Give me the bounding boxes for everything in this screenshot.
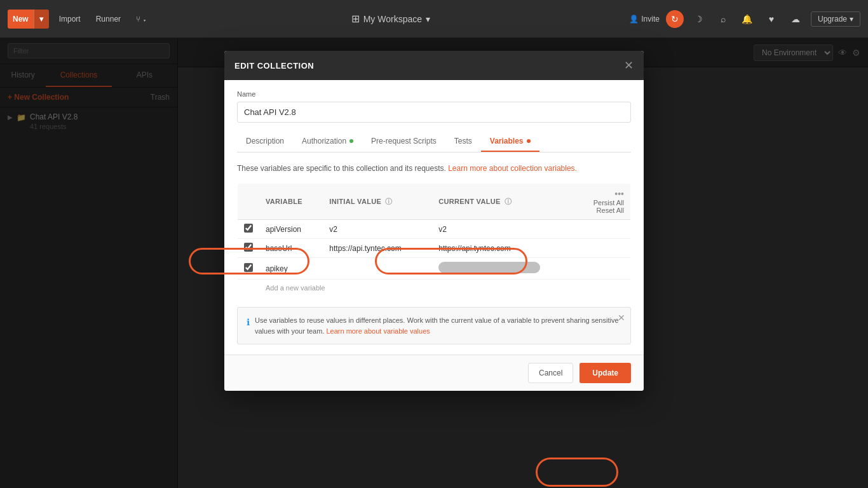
- row3-checkbox-cell: [238, 258, 260, 280]
- variables-table: VARIABLE INITIAL VALUE ⓘ CURRENT VALUE ⓘ…: [237, 183, 631, 297]
- top-toolbar: New ▾ Import Runner ⑂ ▾ ⊞ My Workspace ▾…: [0, 0, 868, 38]
- upgrade-dropdown-icon: ▾: [850, 15, 853, 24]
- table-row: apikey: [238, 258, 631, 280]
- upgrade-button[interactable]: Upgrade ▾: [811, 11, 860, 27]
- add-var-checkbox-cell: [238, 280, 260, 297]
- row1-current-value[interactable]: v2: [432, 220, 580, 239]
- fork-button[interactable]: ⑂ ▾: [131, 12, 152, 26]
- row2-checkbox-cell: [238, 239, 260, 258]
- info-box: ℹ Use variables to reuse values in diffe…: [237, 307, 631, 344]
- current-value-col-header: CURRENT VALUE ⓘ: [432, 184, 580, 220]
- bell-icon[interactable]: 🔔: [738, 10, 756, 28]
- new-dropdown-arrow[interactable]: ▾: [34, 10, 49, 29]
- initial-value-info-icon: ⓘ: [385, 198, 392, 205]
- more-options-button[interactable]: •••: [614, 189, 624, 199]
- new-button[interactable]: New ▾: [8, 10, 49, 29]
- modal-body: Name Description Authorization Pre-reque…: [224, 80, 644, 355]
- row1-checkbox-cell: [238, 220, 260, 239]
- tab-pre-request-scripts[interactable]: Pre-request Scripts: [362, 132, 445, 152]
- variables-description: These variables are specific to this col…: [237, 163, 631, 174]
- row1-initial-value[interactable]: v2: [323, 220, 432, 239]
- row2-initial-value[interactable]: https://api.tyntec.com: [323, 239, 432, 258]
- collection-name-input[interactable]: [237, 102, 631, 123]
- cancel-button[interactable]: Cancel: [528, 363, 573, 383]
- initial-value-col-header: INITIAL VALUE ⓘ: [323, 184, 432, 220]
- moon-icon[interactable]: ☽: [690, 10, 708, 28]
- cloud-icon[interactable]: ☁: [787, 10, 804, 28]
- tab-variables[interactable]: Variables: [481, 132, 539, 152]
- row3-actions: [580, 258, 631, 280]
- row1-checkbox[interactable]: [244, 224, 253, 233]
- row2-variable-name[interactable]: baseUrl: [259, 239, 323, 258]
- table-row: apiVersion v2 v2: [238, 220, 631, 239]
- table-row: baseUrl https://api.tyntec.com https://a…: [238, 239, 631, 258]
- name-field-label: Name: [237, 90, 631, 98]
- new-button-label: New: [8, 15, 34, 24]
- add-variable-row: Add a new variable: [238, 280, 631, 297]
- reset-all-button[interactable]: Reset All: [597, 207, 624, 214]
- learn-more-variables-values-link[interactable]: Learn more about variable values: [327, 327, 430, 335]
- heart-icon[interactable]: ♥: [763, 10, 780, 28]
- workspace-icon: ⊞: [351, 13, 360, 25]
- import-button[interactable]: Import: [54, 12, 86, 26]
- row2-current-value[interactable]: https://api.tyntec.com: [432, 239, 580, 258]
- row1-actions: [580, 220, 631, 239]
- add-variable-cell[interactable]: Add a new variable: [259, 280, 631, 297]
- runner-button[interactable]: Runner: [91, 12, 126, 26]
- workspace-button[interactable]: ⊞ My Workspace ▾: [351, 13, 430, 25]
- tab-description[interactable]: Description: [237, 132, 293, 152]
- modal-tabs: Description Authorization Pre-request Sc…: [237, 132, 631, 152]
- tab-tests[interactable]: Tests: [445, 132, 481, 152]
- authorization-status-dot: [349, 139, 353, 143]
- workspace-label: My Workspace: [363, 14, 422, 24]
- persist-all-button[interactable]: Persist All: [593, 199, 624, 207]
- invite-icon: 👤: [629, 15, 639, 24]
- info-box-close-button[interactable]: ✕: [618, 313, 625, 323]
- current-value-info-icon: ⓘ: [505, 198, 512, 205]
- row3-current-value[interactable]: [432, 258, 580, 280]
- info-box-text: Use variables to reuse values in differe…: [255, 315, 621, 336]
- learn-more-variables-link[interactable]: Learn more about collection variables.: [448, 164, 577, 173]
- row2-checkbox[interactable]: [244, 243, 253, 252]
- masked-value: [438, 262, 540, 273]
- row3-variable-name[interactable]: apikey: [259, 258, 323, 280]
- row1-variable-name[interactable]: apiVersion: [259, 220, 323, 239]
- add-variable-link[interactable]: Add a new variable: [266, 284, 325, 292]
- modal-close-button[interactable]: ✕: [624, 60, 634, 71]
- info-icon: ℹ: [247, 316, 250, 329]
- invite-button[interactable]: 👤 Invite: [629, 15, 660, 24]
- modal-footer: Cancel Update: [224, 355, 644, 391]
- update-button[interactable]: Update: [580, 363, 631, 383]
- row3-initial-value[interactable]: [323, 258, 432, 280]
- workspace-dropdown-icon: ▾: [426, 14, 430, 24]
- row2-actions: [580, 239, 631, 258]
- sync-icon[interactable]: ↻: [666, 10, 684, 28]
- modal-title: EDIT COLLECTION: [234, 61, 314, 71]
- modal-backdrop: EDIT COLLECTION ✕ Name Description Autho…: [0, 38, 868, 488]
- modal-header: EDIT COLLECTION ✕: [224, 51, 644, 80]
- actions-col-header: ••• Persist All Reset All: [580, 184, 631, 220]
- edit-collection-modal: EDIT COLLECTION ✕ Name Description Autho…: [224, 51, 644, 391]
- variables-status-dot: [527, 139, 531, 143]
- search-icon[interactable]: ⌕: [714, 10, 732, 28]
- variable-col-header: VARIABLE: [259, 184, 323, 220]
- tab-authorization[interactable]: Authorization: [293, 132, 362, 152]
- row3-checkbox[interactable]: [244, 263, 253, 272]
- checkbox-header: [238, 184, 260, 220]
